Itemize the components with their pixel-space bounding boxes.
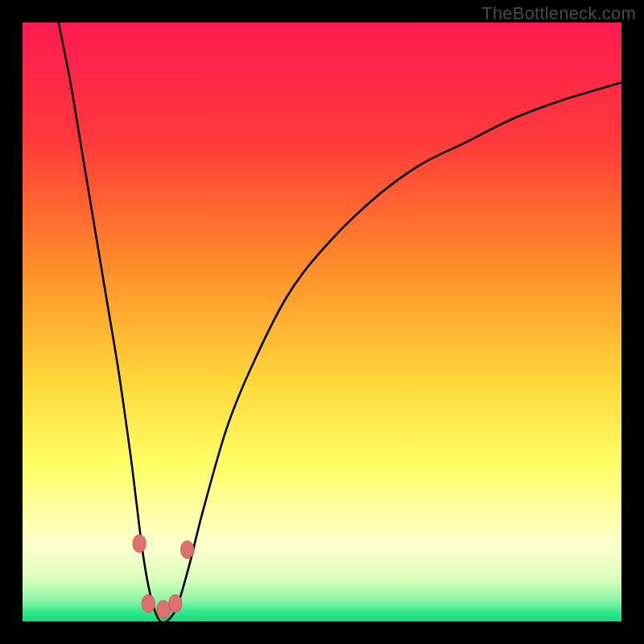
bottleneck-curve bbox=[23, 23, 621, 621]
curve-marker bbox=[133, 535, 146, 552]
curve-marker bbox=[157, 601, 170, 618]
plot-frame bbox=[23, 23, 621, 621]
curve-marker bbox=[142, 595, 155, 613]
curve-marker bbox=[169, 595, 182, 613]
watermark-text: TheBottleneck.com bbox=[481, 3, 636, 24]
curve-marker bbox=[181, 541, 194, 559]
